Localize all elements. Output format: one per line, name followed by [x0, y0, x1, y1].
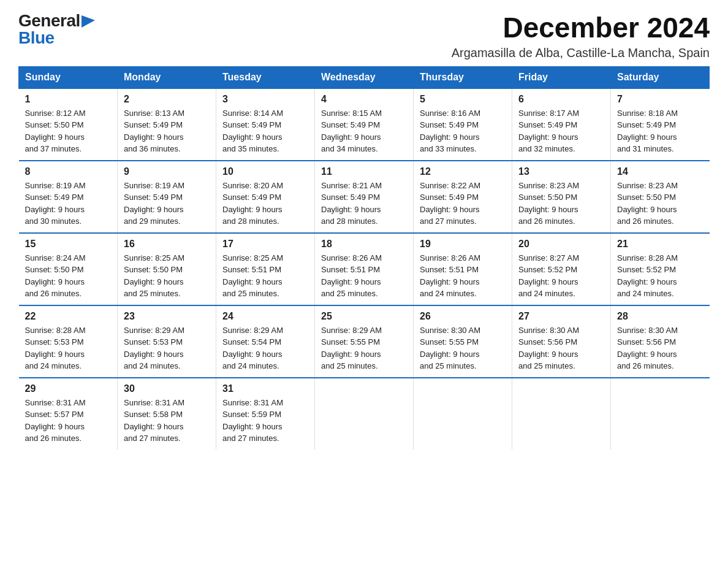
calendar-cell: 12Sunrise: 8:22 AMSunset: 5:49 PMDayligh…	[414, 161, 512, 233]
col-tuesday: Tuesday	[216, 66, 315, 88]
logo-general-text: General	[18, 12, 80, 29]
calendar-cell: 31Sunrise: 8:31 AMSunset: 5:59 PMDayligh…	[216, 378, 315, 450]
calendar-cell: 10Sunrise: 8:20 AMSunset: 5:49 PMDayligh…	[216, 161, 315, 233]
calendar-cell: 17Sunrise: 8:25 AMSunset: 5:51 PMDayligh…	[216, 233, 315, 305]
day-info: Sunrise: 8:26 AMSunset: 5:51 PMDaylight:…	[420, 252, 506, 300]
day-number: 26	[420, 311, 506, 322]
day-info: Sunrise: 8:29 AMSunset: 5:53 PMDaylight:…	[124, 324, 210, 372]
logo-triangle-icon	[82, 15, 95, 28]
day-number: 2	[124, 94, 210, 105]
col-sunday: Sunday	[19, 66, 118, 88]
day-info: Sunrise: 8:19 AMSunset: 5:49 PMDaylight:…	[124, 180, 210, 228]
day-number: 20	[518, 239, 604, 250]
day-number: 31	[222, 383, 308, 394]
calendar-cell: 18Sunrise: 8:26 AMSunset: 5:51 PMDayligh…	[315, 233, 414, 305]
day-number: 3	[222, 94, 308, 105]
calendar-table: Sunday Monday Tuesday Wednesday Thursday…	[18, 66, 710, 450]
day-info: Sunrise: 8:12 AMSunset: 5:50 PMDaylight:…	[25, 107, 112, 155]
logo-blue-text: Blue	[18, 29, 55, 47]
day-info: Sunrise: 8:14 AMSunset: 5:49 PMDaylight:…	[222, 107, 308, 155]
calendar-cell: 21Sunrise: 8:28 AMSunset: 5:52 PMDayligh…	[611, 233, 710, 305]
calendar-cell: 29Sunrise: 8:31 AMSunset: 5:57 PMDayligh…	[19, 378, 118, 450]
calendar-cell: 26Sunrise: 8:30 AMSunset: 5:55 PMDayligh…	[414, 305, 512, 378]
day-number: 29	[25, 383, 112, 394]
day-number: 22	[25, 311, 112, 322]
calendar-cell: 3Sunrise: 8:14 AMSunset: 5:49 PMDaylight…	[216, 88, 315, 161]
col-wednesday: Wednesday	[315, 66, 414, 88]
day-info: Sunrise: 8:23 AMSunset: 5:50 PMDaylight:…	[617, 180, 703, 228]
calendar-cell	[414, 378, 512, 450]
col-saturday: Saturday	[611, 66, 710, 88]
location-subtitle: Argamasilla de Alba, Castille-La Mancha,…	[452, 46, 710, 60]
day-info: Sunrise: 8:31 AMSunset: 5:57 PMDaylight:…	[25, 397, 112, 445]
day-number: 30	[124, 383, 210, 394]
col-thursday: Thursday	[414, 66, 512, 88]
day-info: Sunrise: 8:31 AMSunset: 5:58 PMDaylight:…	[124, 397, 210, 445]
calendar-cell: 14Sunrise: 8:23 AMSunset: 5:50 PMDayligh…	[611, 161, 710, 233]
day-number: 8	[25, 166, 112, 177]
calendar-cell: 7Sunrise: 8:18 AMSunset: 5:49 PMDaylight…	[611, 88, 710, 161]
calendar-header-row: Sunday Monday Tuesday Wednesday Thursday…	[19, 66, 710, 88]
day-number: 24	[222, 311, 308, 322]
day-info: Sunrise: 8:24 AMSunset: 5:50 PMDaylight:…	[25, 252, 112, 300]
day-info: Sunrise: 8:29 AMSunset: 5:55 PMDaylight:…	[321, 324, 407, 372]
day-info: Sunrise: 8:25 AMSunset: 5:50 PMDaylight:…	[124, 252, 210, 300]
day-info: Sunrise: 8:26 AMSunset: 5:51 PMDaylight:…	[321, 252, 407, 300]
calendar-cell: 25Sunrise: 8:29 AMSunset: 5:55 PMDayligh…	[315, 305, 414, 378]
calendar-cell: 20Sunrise: 8:27 AMSunset: 5:52 PMDayligh…	[512, 233, 611, 305]
day-number: 12	[420, 166, 506, 177]
day-info: Sunrise: 8:18 AMSunset: 5:49 PMDaylight:…	[617, 107, 703, 155]
day-number: 15	[25, 239, 112, 250]
calendar-cell: 23Sunrise: 8:29 AMSunset: 5:53 PMDayligh…	[118, 305, 216, 378]
day-info: Sunrise: 8:30 AMSunset: 5:55 PMDaylight:…	[420, 324, 506, 372]
calendar-cell: 6Sunrise: 8:17 AMSunset: 5:49 PMDaylight…	[512, 88, 611, 161]
day-info: Sunrise: 8:29 AMSunset: 5:54 PMDaylight:…	[222, 324, 308, 372]
calendar-cell: 2Sunrise: 8:13 AMSunset: 5:49 PMDaylight…	[118, 88, 216, 161]
day-info: Sunrise: 8:23 AMSunset: 5:50 PMDaylight:…	[518, 180, 604, 228]
day-number: 4	[321, 94, 407, 105]
day-number: 13	[518, 166, 604, 177]
day-number: 28	[617, 311, 703, 322]
calendar-cell	[611, 378, 710, 450]
calendar-cell: 8Sunrise: 8:19 AMSunset: 5:49 PMDaylight…	[19, 161, 118, 233]
calendar-cell: 9Sunrise: 8:19 AMSunset: 5:49 PMDaylight…	[118, 161, 216, 233]
day-number: 11	[321, 166, 407, 177]
day-info: Sunrise: 8:19 AMSunset: 5:49 PMDaylight:…	[25, 180, 112, 228]
day-number: 23	[124, 311, 210, 322]
week-row-2: 8Sunrise: 8:19 AMSunset: 5:49 PMDaylight…	[19, 161, 710, 233]
calendar-cell: 1Sunrise: 8:12 AMSunset: 5:50 PMDaylight…	[19, 88, 118, 161]
day-number: 1	[25, 94, 112, 105]
week-row-1: 1Sunrise: 8:12 AMSunset: 5:50 PMDaylight…	[19, 88, 710, 161]
day-number: 14	[617, 166, 703, 177]
day-info: Sunrise: 8:30 AMSunset: 5:56 PMDaylight:…	[518, 324, 604, 372]
day-info: Sunrise: 8:27 AMSunset: 5:52 PMDaylight:…	[518, 252, 604, 300]
calendar-cell	[512, 378, 611, 450]
day-number: 17	[222, 239, 308, 250]
svg-marker-0	[82, 15, 95, 28]
calendar-cell	[315, 378, 414, 450]
calendar-cell: 27Sunrise: 8:30 AMSunset: 5:56 PMDayligh…	[512, 305, 611, 378]
day-number: 27	[518, 311, 604, 322]
day-info: Sunrise: 8:17 AMSunset: 5:49 PMDaylight:…	[518, 107, 604, 155]
calendar-cell: 28Sunrise: 8:30 AMSunset: 5:56 PMDayligh…	[611, 305, 710, 378]
col-friday: Friday	[512, 66, 611, 88]
col-monday: Monday	[118, 66, 216, 88]
calendar-cell: 30Sunrise: 8:31 AMSunset: 5:58 PMDayligh…	[118, 378, 216, 450]
day-info: Sunrise: 8:21 AMSunset: 5:49 PMDaylight:…	[321, 180, 407, 228]
calendar-cell: 15Sunrise: 8:24 AMSunset: 5:50 PMDayligh…	[19, 233, 118, 305]
month-year-title: December 2024	[452, 12, 710, 44]
day-number: 7	[617, 94, 703, 105]
week-row-5: 29Sunrise: 8:31 AMSunset: 5:57 PMDayligh…	[19, 378, 710, 450]
day-number: 18	[321, 239, 407, 250]
page-header: General Blue December 2024 Argamasilla d…	[18, 12, 710, 60]
day-info: Sunrise: 8:22 AMSunset: 5:49 PMDaylight:…	[420, 180, 506, 228]
day-info: Sunrise: 8:28 AMSunset: 5:53 PMDaylight:…	[25, 324, 112, 372]
week-row-4: 22Sunrise: 8:28 AMSunset: 5:53 PMDayligh…	[19, 305, 710, 378]
day-number: 6	[518, 94, 604, 105]
calendar-cell: 22Sunrise: 8:28 AMSunset: 5:53 PMDayligh…	[19, 305, 118, 378]
day-number: 19	[420, 239, 506, 250]
calendar-cell: 5Sunrise: 8:16 AMSunset: 5:49 PMDaylight…	[414, 88, 512, 161]
calendar-cell: 24Sunrise: 8:29 AMSunset: 5:54 PMDayligh…	[216, 305, 315, 378]
day-info: Sunrise: 8:31 AMSunset: 5:59 PMDaylight:…	[222, 397, 308, 445]
day-number: 9	[124, 166, 210, 177]
